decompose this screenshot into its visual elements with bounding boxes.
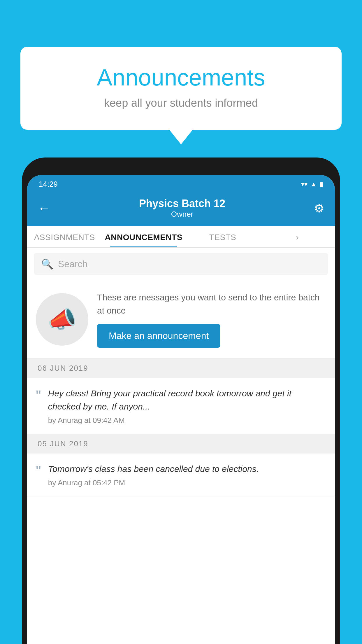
back-button[interactable]: ←: [38, 201, 50, 216]
date-divider-1: 06 JUN 2019: [27, 358, 335, 378]
quote-icon-1: ": [36, 388, 41, 403]
batch-role: Owner: [50, 210, 314, 219]
promo-icon-circle: 📣: [36, 293, 88, 346]
search-input[interactable]: Search: [58, 259, 87, 270]
speech-bubble-section: Announcements keep all your students inf…: [20, 47, 342, 144]
announcement-text-1: Hey class! Bring your practical record b…: [48, 387, 326, 413]
tab-assignments[interactable]: ASSIGNMENTS: [27, 226, 102, 247]
promo-text-section: These are messages you want to send to t…: [97, 291, 326, 348]
announcement-author-2: by Anurag at 05:42 PM: [48, 478, 326, 487]
phone-screen: 14:29 ▾▾ ▲ ▮ ← Physics Batch 12 Owner ⚙ …: [27, 175, 335, 644]
bubble-subtitle: keep all your students informed: [44, 97, 318, 109]
status-bar: 14:29 ▾▾ ▲ ▮: [27, 175, 335, 192]
status-time: 14:29: [39, 180, 58, 189]
phone-frame: 14:29 ▾▾ ▲ ▮ ← Physics Batch 12 Owner ⚙ …: [22, 158, 340, 644]
promo-section: 📣 These are messages you want to send to…: [27, 280, 335, 358]
top-bar-title: Physics Batch 12 Owner: [50, 197, 314, 219]
phone-notch: [164, 158, 198, 168]
batch-name: Physics Batch 12: [50, 197, 314, 210]
megaphone-icon: 📣: [48, 306, 77, 333]
announcement-content-2: Tomorrow's class has been cancelled due …: [48, 462, 326, 487]
search-bar[interactable]: 🔍 Search: [34, 253, 328, 275]
top-bar: ← Physics Batch 12 Owner ⚙: [27, 192, 335, 226]
announcement-item-1[interactable]: " Hey class! Bring your practical record…: [27, 378, 335, 434]
search-container: 🔍 Search: [27, 248, 335, 280]
announcement-item-2[interactable]: " Tomorrow's class has been cancelled du…: [27, 454, 335, 496]
tab-announcements[interactable]: ANNOUNCEMENTS: [102, 226, 185, 247]
speech-bubble: Announcements keep all your students inf…: [20, 47, 342, 130]
announcements-list: 06 JUN 2019 " Hey class! Bring your prac…: [27, 358, 335, 644]
tab-tests[interactable]: TESTS: [185, 226, 260, 247]
tab-bar: ASSIGNMENTS ANNOUNCEMENTS TESTS ›: [27, 226, 335, 248]
tab-more[interactable]: ›: [260, 226, 335, 247]
make-announcement-button[interactable]: Make an announcement: [97, 324, 220, 348]
battery-icon: ▮: [320, 181, 323, 188]
quote-icon-2: ": [36, 464, 41, 479]
status-icons: ▾▾ ▲ ▮: [301, 181, 323, 188]
signal-icon: ▲: [310, 181, 317, 188]
bubble-tail: [169, 130, 193, 144]
announcement-content-1: Hey class! Bring your practical record b…: [48, 387, 326, 425]
announcement-text-2: Tomorrow's class has been cancelled due …: [48, 462, 326, 475]
search-icon: 🔍: [41, 258, 53, 270]
promo-description: These are messages you want to send to t…: [97, 291, 326, 317]
wifi-icon: ▾▾: [301, 181, 307, 188]
date-divider-2: 05 JUN 2019: [27, 434, 335, 454]
bubble-title: Announcements: [44, 64, 318, 91]
announcement-author-1: by Anurag at 09:42 AM: [48, 416, 326, 425]
settings-button[interactable]: ⚙: [314, 202, 324, 215]
